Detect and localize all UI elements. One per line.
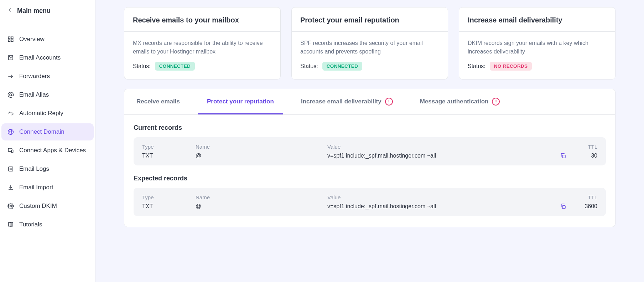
at-icon bbox=[7, 91, 14, 98]
svg-point-11 bbox=[10, 205, 12, 207]
header-value: Value bbox=[327, 144, 557, 150]
book-icon bbox=[7, 221, 14, 228]
sidebar-item-label: Email Logs bbox=[19, 165, 49, 173]
sidebar: Main menu Overview Email Accounts Forwar… bbox=[0, 0, 95, 282]
header-name: Name bbox=[196, 194, 327, 200]
status-badge: NO RECORDS bbox=[490, 62, 532, 71]
device-icon bbox=[7, 147, 14, 154]
header-ttl: TTL bbox=[569, 194, 597, 200]
tab-increase-deliverability[interactable]: Increase email deliverability ! bbox=[292, 89, 402, 114]
sidebar-item-label: Connect Apps & Devices bbox=[19, 147, 86, 154]
svg-rect-1 bbox=[11, 37, 13, 39]
warning-icon: ! bbox=[385, 98, 393, 106]
record-name: @ bbox=[196, 153, 327, 159]
status-label: Status: bbox=[300, 63, 318, 70]
download-icon bbox=[7, 184, 14, 191]
record-type: TXT bbox=[142, 203, 196, 210]
tab-receive-emails[interactable]: Receive emails bbox=[127, 89, 189, 114]
sidebar-item-label: Email Alias bbox=[19, 91, 49, 98]
warning-icon: ! bbox=[492, 98, 500, 106]
record-name: @ bbox=[196, 203, 327, 210]
record-value: v=spf1 include:_spf.mail.hostinger.com ~… bbox=[327, 153, 557, 159]
back-to-main-menu[interactable]: Main menu bbox=[0, 0, 95, 22]
sidebar-item-tutorials[interactable]: Tutorials bbox=[1, 216, 94, 233]
current-records-section: Current records Type Name Value TTL TXT … bbox=[124, 115, 615, 165]
tab-label: Protect your reputation bbox=[207, 98, 274, 105]
sidebar-item-automatic-reply[interactable]: Automatic Reply bbox=[1, 105, 94, 122]
gear-icon bbox=[7, 202, 14, 210]
sidebar-nav: Overview Email Accounts Forwarders Email… bbox=[0, 22, 95, 233]
sidebar-item-label: Custom DKIM bbox=[19, 202, 57, 210]
svg-point-4 bbox=[10, 94, 12, 96]
current-records-table: Type Name Value TTL TXT @ v=spf1 include… bbox=[134, 137, 606, 165]
sidebar-item-label: Email Accounts bbox=[19, 54, 61, 61]
forward-icon bbox=[7, 73, 14, 80]
header-type: Type bbox=[142, 194, 196, 200]
expected-records-section: Expected records Type Name Value TTL TXT… bbox=[124, 165, 615, 216]
card-increase-deliverability[interactable]: Increase email deliverability DKIM recor… bbox=[459, 7, 616, 80]
tab-message-authentication[interactable]: Message authentication ! bbox=[411, 89, 509, 114]
tab-label: Increase email deliverability bbox=[301, 98, 381, 105]
sidebar-item-connect-apps[interactable]: Connect Apps & Devices bbox=[1, 142, 94, 159]
card-title: Protect your email reputation bbox=[300, 16, 439, 24]
sidebar-item-label: Connect Domain bbox=[19, 128, 64, 135]
sidebar-item-label: Automatic Reply bbox=[19, 110, 63, 117]
table-row: TXT @ v=spf1 include:_spf.mail.hostinger… bbox=[142, 153, 597, 159]
svg-rect-0 bbox=[8, 37, 10, 39]
grid-icon bbox=[7, 36, 14, 43]
records-panel: Receive emails Protect your reputation I… bbox=[124, 89, 616, 227]
card-title: Increase email deliverability bbox=[468, 16, 607, 24]
card-protect-reputation[interactable]: Protect your email reputation SPF record… bbox=[291, 7, 448, 80]
main-content: Receive emails to your mailbox MX record… bbox=[95, 0, 644, 282]
current-records-heading: Current records bbox=[134, 124, 606, 132]
log-icon bbox=[7, 165, 14, 173]
status-cards-row: Receive emails to your mailbox MX record… bbox=[124, 7, 616, 80]
tab-protect-reputation[interactable]: Protect your reputation bbox=[198, 89, 283, 114]
sidebar-item-email-alias[interactable]: Email Alias bbox=[1, 86, 94, 103]
sidebar-item-label: Overview bbox=[19, 36, 45, 43]
status-badge: CONNECTED bbox=[155, 62, 195, 71]
record-value: v=spf1 include:_spf.mail.hostinger.com ~… bbox=[327, 203, 557, 210]
tabs: Receive emails Protect your reputation I… bbox=[124, 89, 615, 115]
record-ttl: 30 bbox=[569, 153, 597, 159]
tab-label: Message authentication bbox=[420, 98, 489, 105]
sidebar-item-label: Email Import bbox=[19, 184, 53, 191]
svg-rect-12 bbox=[562, 155, 565, 158]
sidebar-item-forwarders[interactable]: Forwarders bbox=[1, 68, 94, 85]
sidebar-item-connect-domain[interactable]: Connect Domain bbox=[1, 123, 94, 140]
expected-records-heading: Expected records bbox=[134, 175, 606, 182]
table-row: TXT @ v=spf1 include:_spf.mail.hostinger… bbox=[142, 203, 597, 210]
record-type: TXT bbox=[142, 153, 196, 159]
copy-button[interactable] bbox=[557, 153, 569, 159]
reply-icon bbox=[7, 110, 14, 117]
sidebar-item-label: Tutorials bbox=[19, 221, 42, 228]
card-description: MX records are responsible for the abili… bbox=[133, 39, 272, 56]
sidebar-item-email-logs[interactable]: Email Logs bbox=[1, 160, 94, 178]
status-badge: CONNECTED bbox=[322, 62, 362, 71]
record-ttl: 3600 bbox=[569, 203, 597, 210]
card-description: SPF records increases the security of yo… bbox=[300, 39, 439, 56]
sidebar-item-email-accounts[interactable]: Email Accounts bbox=[1, 49, 94, 66]
mail-icon bbox=[7, 54, 14, 61]
sidebar-item-email-import[interactable]: Email Import bbox=[1, 179, 94, 196]
tab-label: Receive emails bbox=[136, 98, 180, 105]
header-type: Type bbox=[142, 144, 196, 150]
card-description: DKIM records sign your emails with a key… bbox=[468, 39, 607, 56]
header-ttl: TTL bbox=[569, 144, 597, 150]
header-value: Value bbox=[327, 194, 557, 200]
copy-icon bbox=[560, 153, 566, 159]
svg-rect-3 bbox=[11, 40, 13, 42]
chevron-left-icon bbox=[7, 7, 13, 15]
main-menu-label: Main menu bbox=[17, 7, 51, 15]
globe-icon bbox=[7, 128, 14, 135]
card-title: Receive emails to your mailbox bbox=[133, 16, 272, 24]
card-receive-emails[interactable]: Receive emails to your mailbox MX record… bbox=[124, 7, 281, 80]
sidebar-item-label: Forwarders bbox=[19, 73, 50, 80]
expected-records-table: Type Name Value TTL TXT @ v=spf1 include… bbox=[134, 188, 606, 216]
svg-rect-13 bbox=[562, 206, 565, 209]
copy-button[interactable] bbox=[557, 203, 569, 210]
sidebar-item-custom-dkim[interactable]: Custom DKIM bbox=[1, 198, 94, 215]
sidebar-item-overview[interactable]: Overview bbox=[1, 31, 94, 48]
copy-icon bbox=[560, 203, 566, 210]
status-label: Status: bbox=[468, 63, 485, 70]
